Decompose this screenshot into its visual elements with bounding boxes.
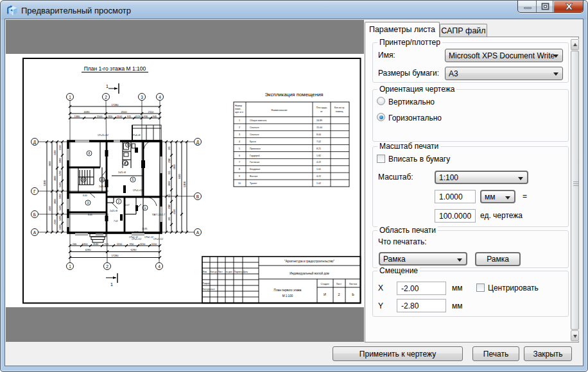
svg-text:А: А xyxy=(196,230,200,235)
svg-text:5: 5 xyxy=(132,178,134,182)
svg-text:СР=15-т12: СР=15-т12 xyxy=(98,134,108,137)
svg-text:14.85: 14.85 xyxy=(142,228,148,230)
svg-text:385: 385 xyxy=(168,146,171,150)
svg-text:2: 2 xyxy=(239,126,240,129)
svg-text:ПАЛ 1.20.1.Т: ПАЛ 1.20.1.Т xyxy=(152,214,165,216)
svg-text:Д: Д xyxy=(196,140,200,145)
svg-text:6280: 6280 xyxy=(131,248,137,251)
svg-text:1140: 1140 xyxy=(93,242,99,246)
svg-text:940: 940 xyxy=(153,115,157,118)
svg-text:4.22: 4.22 xyxy=(316,175,321,178)
svg-text:2: 2 xyxy=(118,199,120,203)
svg-text:9: 9 xyxy=(239,175,240,178)
svg-text:Кол-во гр.: Кол-во гр. xyxy=(334,106,345,109)
svg-text:3: 3 xyxy=(239,133,240,136)
svg-text:1: 1 xyxy=(69,95,71,99)
svg-text:1800: 1800 xyxy=(59,158,62,163)
svg-text:8.21: 8.21 xyxy=(316,148,321,150)
svg-text:Лист: Лист xyxy=(218,271,223,273)
svg-text:1380: 1380 xyxy=(74,115,81,118)
svg-text:№ док.: № док. xyxy=(226,271,233,273)
svg-text:Прихожая: Прихожая xyxy=(250,148,261,150)
svg-text:Подпись: Подпись xyxy=(234,271,243,273)
svg-text:1.02: 1.02 xyxy=(316,182,321,185)
svg-text:3: 3 xyxy=(141,95,143,99)
svg-text:Кухня: Кухня xyxy=(250,140,256,143)
svg-text:Лист: Лист xyxy=(336,283,342,285)
svg-text:2450: 2450 xyxy=(82,242,89,246)
svg-text:385: 385 xyxy=(168,217,171,221)
svg-text:Ванная: Ванная xyxy=(250,175,257,178)
svg-text:2110: 2110 xyxy=(148,110,154,114)
svg-text:8: 8 xyxy=(89,151,91,155)
svg-text:4280: 4280 xyxy=(85,248,92,251)
svg-text:1.82: 1.82 xyxy=(316,155,321,157)
svg-text:7.06: 7.06 xyxy=(134,231,139,233)
svg-text:Б: Б xyxy=(33,212,36,217)
svg-text:7: 7 xyxy=(239,161,240,164)
svg-text:Д: Д xyxy=(33,140,37,145)
svg-text:1120: 1120 xyxy=(135,115,141,118)
svg-text:15.00: 15.00 xyxy=(316,126,322,129)
svg-text:Ь: Ь xyxy=(352,292,354,296)
svg-text:4100: 4100 xyxy=(49,206,51,211)
svg-text:Кладовая: Кладовая xyxy=(250,168,260,171)
svg-text:1150: 1150 xyxy=(117,242,123,246)
svg-text:1500: 1500 xyxy=(97,115,103,118)
svg-text:1110: 1110 xyxy=(151,242,157,246)
svg-text:Разраб.: Разраб. xyxy=(203,282,211,285)
svg-text:4: 4 xyxy=(159,95,161,99)
svg-text:Г: Г xyxy=(33,189,36,194)
svg-text:1: 1 xyxy=(239,119,240,122)
svg-text:6000: 6000 xyxy=(173,164,176,169)
svg-text:М 1:100: М 1:100 xyxy=(282,294,293,298)
svg-text:Изм.: Изм. xyxy=(203,271,207,273)
svg-text:4080: 4080 xyxy=(84,110,91,114)
svg-text:1200: 1200 xyxy=(59,216,62,221)
svg-text:4: 4 xyxy=(158,264,160,269)
svg-text:7.02: 7.02 xyxy=(114,220,118,223)
svg-text:1300: 1300 xyxy=(59,224,62,230)
svg-text:17280: 17280 xyxy=(111,254,119,257)
svg-text:Общая комната: Общая комната xyxy=(250,119,266,122)
svg-text:4500: 4500 xyxy=(173,209,176,214)
svg-text:Номер: Номер xyxy=(235,105,242,107)
svg-text:Индивидуальный жилой дом: Индивидуальный жилой дом xyxy=(290,271,329,275)
svg-text:1700: 1700 xyxy=(59,171,62,176)
svg-text:3000: 3000 xyxy=(54,199,56,204)
svg-text:План первого этажа: План первого этажа xyxy=(274,289,302,292)
svg-text:950: 950 xyxy=(130,242,134,246)
svg-text:А: А xyxy=(33,230,37,235)
svg-text:Наименование: Наименование xyxy=(272,109,288,112)
svg-text:915: 915 xyxy=(168,194,171,198)
svg-text:4500: 4500 xyxy=(121,110,128,114)
svg-text:1400: 1400 xyxy=(59,182,62,187)
svg-text:Спальня: Спальня xyxy=(250,133,259,136)
svg-text:2110: 2110 xyxy=(168,205,171,209)
svg-text:7.02: 7.02 xyxy=(316,140,321,143)
svg-text:1800: 1800 xyxy=(59,194,62,199)
svg-text:915: 915 xyxy=(168,171,171,174)
svg-text:СР=5-т12: СР=5-т12 xyxy=(153,238,163,241)
svg-text:9000: 9000 xyxy=(49,161,51,166)
svg-text:1: 1 xyxy=(106,84,108,89)
svg-text:поме-: поме- xyxy=(235,108,241,110)
svg-text:8400: 8400 xyxy=(178,174,181,179)
svg-text:4: 4 xyxy=(239,140,240,143)
svg-text:13100: 13100 xyxy=(44,180,46,186)
svg-text:Гостиная: Гостиная xyxy=(250,161,259,164)
svg-text:3: 3 xyxy=(87,201,89,205)
svg-text:1: 1 xyxy=(144,206,146,210)
svg-text:1400: 1400 xyxy=(59,205,62,210)
svg-text:План 1-го этажа М 1:100: План 1-го этажа М 1:100 xyxy=(84,65,146,72)
svg-text:Спальня: Спальня xyxy=(250,126,259,129)
svg-text:240: 240 xyxy=(73,242,77,246)
svg-text:Кол.уч: Кол.уч xyxy=(211,271,217,273)
svg-text:1: 1 xyxy=(69,264,71,269)
svg-text:Дата: Дата xyxy=(243,271,248,273)
svg-text:8.00: 8.00 xyxy=(316,133,321,136)
svg-text:8: 8 xyxy=(239,168,240,171)
svg-text:1100: 1100 xyxy=(117,115,123,118)
svg-text:Пло щадь: Пло щадь xyxy=(316,106,327,109)
svg-text:Листов: Листов xyxy=(349,283,357,285)
